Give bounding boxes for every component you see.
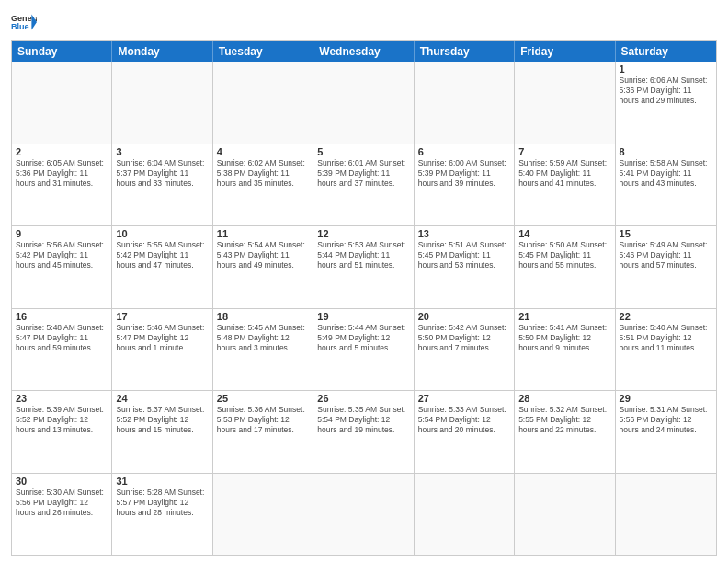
day-info: Sunrise: 5:36 AM Sunset: 5:53 PM Dayligh… <box>217 405 309 435</box>
day-number: 11 <box>217 228 309 239</box>
day-info: Sunrise: 5:54 AM Sunset: 5:43 PM Dayligh… <box>217 240 309 270</box>
day-cell-27: 27Sunrise: 5:33 AM Sunset: 5:54 PM Dayli… <box>415 391 515 473</box>
header-day-monday: Monday <box>112 41 212 62</box>
page-header: General Blue <box>11 9 717 35</box>
calendar-week-2: 2Sunrise: 6:05 AM Sunset: 5:36 PM Daylig… <box>12 144 716 227</box>
day-cell-15: 15Sunrise: 5:49 AM Sunset: 5:46 PM Dayli… <box>616 226 716 308</box>
day-info: Sunrise: 5:46 AM Sunset: 5:47 PM Dayligh… <box>116 323 208 353</box>
empty-cell <box>616 474 716 556</box>
day-number: 3 <box>116 146 208 157</box>
day-number: 30 <box>16 476 108 487</box>
day-cell-22: 22Sunrise: 5:40 AM Sunset: 5:51 PM Dayli… <box>616 309 716 391</box>
logo: General Blue <box>11 9 37 35</box>
day-cell-25: 25Sunrise: 5:36 AM Sunset: 5:53 PM Dayli… <box>213 391 313 473</box>
day-info: Sunrise: 5:41 AM Sunset: 5:50 PM Dayligh… <box>518 323 610 353</box>
header-day-tuesday: Tuesday <box>213 41 313 62</box>
day-info: Sunrise: 5:30 AM Sunset: 5:56 PM Dayligh… <box>16 488 108 518</box>
day-cell-26: 26Sunrise: 5:35 AM Sunset: 5:54 PM Dayli… <box>313 391 414 473</box>
day-info: Sunrise: 5:45 AM Sunset: 5:48 PM Dayligh… <box>217 323 309 353</box>
day-cell-7: 7Sunrise: 5:59 AM Sunset: 5:40 PM Daylig… <box>515 144 615 226</box>
day-cell-13: 13Sunrise: 5:51 AM Sunset: 5:45 PM Dayli… <box>415 226 515 308</box>
day-info: Sunrise: 5:32 AM Sunset: 5:55 PM Dayligh… <box>518 405 610 435</box>
day-info: Sunrise: 5:59 AM Sunset: 5:40 PM Dayligh… <box>518 158 610 189</box>
day-info: Sunrise: 5:42 AM Sunset: 5:50 PM Dayligh… <box>418 323 510 353</box>
day-cell-4: 4Sunrise: 6:02 AM Sunset: 5:38 PM Daylig… <box>213 144 313 226</box>
day-info: Sunrise: 5:51 AM Sunset: 5:45 PM Dayligh… <box>418 240 510 270</box>
day-info: Sunrise: 6:04 AM Sunset: 5:37 PM Dayligh… <box>116 158 208 189</box>
empty-cell <box>515 62 615 144</box>
day-number: 8 <box>620 146 712 157</box>
logo-icon: General Blue <box>11 9 37 35</box>
day-number: 9 <box>16 228 108 239</box>
day-number: 29 <box>620 393 712 404</box>
day-info: Sunrise: 5:50 AM Sunset: 5:45 PM Dayligh… <box>518 240 610 270</box>
day-cell-3: 3Sunrise: 6:04 AM Sunset: 5:37 PM Daylig… <box>112 144 212 226</box>
day-number: 31 <box>116 476 208 487</box>
day-number: 23 <box>16 393 108 404</box>
day-info: Sunrise: 5:44 AM Sunset: 5:49 PM Dayligh… <box>317 323 409 353</box>
day-number: 18 <box>217 311 309 322</box>
day-info: Sunrise: 6:05 AM Sunset: 5:36 PM Dayligh… <box>16 158 108 189</box>
day-number: 15 <box>620 228 712 239</box>
day-cell-6: 6Sunrise: 6:00 AM Sunset: 5:39 PM Daylig… <box>415 144 515 226</box>
day-number: 13 <box>418 228 510 239</box>
day-info: Sunrise: 5:28 AM Sunset: 5:57 PM Dayligh… <box>116 488 208 518</box>
header-day-wednesday: Wednesday <box>313 41 414 62</box>
day-cell-30: 30Sunrise: 5:30 AM Sunset: 5:56 PM Dayli… <box>12 474 112 556</box>
day-info: Sunrise: 6:00 AM Sunset: 5:39 PM Dayligh… <box>418 158 510 189</box>
header-day-sunday: Sunday <box>12 41 112 62</box>
day-number: 12 <box>317 228 409 239</box>
calendar-week-1: 1Sunrise: 6:06 AM Sunset: 5:36 PM Daylig… <box>12 62 716 144</box>
calendar-week-6: 30Sunrise: 5:30 AM Sunset: 5:56 PM Dayli… <box>12 474 716 556</box>
header-day-thursday: Thursday <box>415 41 515 62</box>
day-cell-21: 21Sunrise: 5:41 AM Sunset: 5:50 PM Dayli… <box>515 309 615 391</box>
day-cell-20: 20Sunrise: 5:42 AM Sunset: 5:50 PM Dayli… <box>415 309 515 391</box>
empty-cell <box>515 474 615 556</box>
empty-cell <box>213 474 313 556</box>
day-cell-11: 11Sunrise: 5:54 AM Sunset: 5:43 PM Dayli… <box>213 226 313 308</box>
day-info: Sunrise: 6:02 AM Sunset: 5:38 PM Dayligh… <box>217 158 309 189</box>
day-number: 28 <box>518 393 610 404</box>
day-info: Sunrise: 5:40 AM Sunset: 5:51 PM Dayligh… <box>620 323 712 353</box>
day-number: 19 <box>317 311 409 322</box>
day-number: 27 <box>418 393 510 404</box>
day-info: Sunrise: 5:49 AM Sunset: 5:46 PM Dayligh… <box>620 240 712 270</box>
day-number: 1 <box>620 63 712 75</box>
calendar-week-4: 16Sunrise: 5:48 AM Sunset: 5:47 PM Dayli… <box>12 309 716 392</box>
day-info: Sunrise: 5:33 AM Sunset: 5:54 PM Dayligh… <box>418 405 510 435</box>
day-cell-10: 10Sunrise: 5:55 AM Sunset: 5:42 PM Dayli… <box>112 226 212 308</box>
day-number: 25 <box>217 393 309 404</box>
calendar-week-5: 23Sunrise: 5:39 AM Sunset: 5:52 PM Dayli… <box>12 391 716 474</box>
day-number: 14 <box>518 228 610 239</box>
header-day-friday: Friday <box>515 41 615 62</box>
day-number: 21 <box>518 311 610 322</box>
day-info: Sunrise: 5:56 AM Sunset: 5:42 PM Dayligh… <box>16 240 108 270</box>
day-cell-28: 28Sunrise: 5:32 AM Sunset: 5:55 PM Dayli… <box>515 391 615 473</box>
empty-cell <box>313 474 414 556</box>
day-number: 26 <box>317 393 409 404</box>
day-cell-2: 2Sunrise: 6:05 AM Sunset: 5:36 PM Daylig… <box>12 144 112 226</box>
empty-cell <box>112 62 212 144</box>
day-number: 5 <box>317 146 409 157</box>
calendar-week-3: 9Sunrise: 5:56 AM Sunset: 5:42 PM Daylig… <box>12 226 716 309</box>
empty-cell <box>415 62 515 144</box>
day-cell-23: 23Sunrise: 5:39 AM Sunset: 5:52 PM Dayli… <box>12 391 112 473</box>
day-cell-8: 8Sunrise: 5:58 AM Sunset: 5:41 PM Daylig… <box>616 144 716 226</box>
day-info: Sunrise: 5:39 AM Sunset: 5:52 PM Dayligh… <box>16 405 108 435</box>
day-cell-24: 24Sunrise: 5:37 AM Sunset: 5:52 PM Dayli… <box>112 391 212 473</box>
day-cell-16: 16Sunrise: 5:48 AM Sunset: 5:47 PM Dayli… <box>12 309 112 391</box>
day-info: Sunrise: 5:53 AM Sunset: 5:44 PM Dayligh… <box>317 240 409 270</box>
day-number: 16 <box>16 311 108 322</box>
day-number: 22 <box>620 311 712 322</box>
day-cell-12: 12Sunrise: 5:53 AM Sunset: 5:44 PM Dayli… <box>313 226 414 308</box>
day-info: Sunrise: 6:06 AM Sunset: 5:36 PM Dayligh… <box>620 75 712 106</box>
day-cell-1: 1Sunrise: 6:06 AM Sunset: 5:36 PM Daylig… <box>616 62 716 144</box>
day-info: Sunrise: 5:31 AM Sunset: 5:56 PM Dayligh… <box>620 405 712 435</box>
svg-text:Blue: Blue <box>11 22 29 31</box>
day-info: Sunrise: 6:01 AM Sunset: 5:39 PM Dayligh… <box>317 158 409 189</box>
day-number: 20 <box>418 311 510 322</box>
calendar-body: 1Sunrise: 6:06 AM Sunset: 5:36 PM Daylig… <box>12 62 716 555</box>
day-number: 10 <box>116 228 208 239</box>
day-number: 24 <box>116 393 208 404</box>
calendar-header: SundayMondayTuesdayWednesdayThursdayFrid… <box>12 41 716 62</box>
